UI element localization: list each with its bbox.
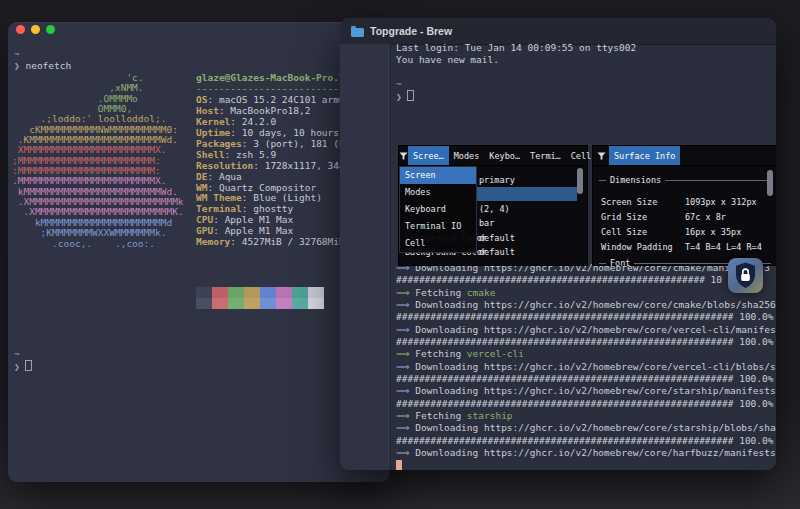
shell-prompt-top: ~❯ neofetch: [14, 48, 71, 72]
arrow-icon: ⟹: [396, 324, 415, 335]
info-colon: :: [230, 116, 241, 127]
fetch-label: Fetching: [415, 410, 466, 421]
info-label: OS: [196, 94, 207, 105]
info-value: zsh 5.9: [236, 149, 276, 160]
prompt-cwd: ~: [14, 48, 71, 60]
zoom-button[interactable]: [46, 25, 55, 34]
surface-row-label: Grid Size: [601, 210, 647, 224]
folder-icon: [351, 28, 364, 37]
surface-row-value: T=4 B=4 L=4 R=4: [685, 240, 762, 254]
inspector-row-value: default: [479, 245, 515, 259]
prompt-char: ❯: [14, 60, 25, 71]
arrow-icon: ⟹: [396, 287, 415, 298]
progress-hashes: ########################################…: [396, 336, 774, 347]
section-title: Dimensions: [610, 175, 661, 185]
surface-scrollbar[interactable]: [767, 170, 773, 196]
palette-swatch: [276, 298, 292, 309]
info-label: Memory: [196, 236, 230, 247]
brew-line: ⟹ Downloading https://ghcr.io/v2/homebre…: [396, 361, 776, 373]
tab-scree[interactable]: Scree…: [408, 146, 449, 165]
neofetch-ascii-logo: 'c. ,xNMM. .OMMMMo OMMM0, .;loddo:' lool…: [12, 73, 184, 249]
tab-termi[interactable]: Termi…: [525, 146, 566, 165]
dropdown-item-terminalio[interactable]: Terminal IO: [400, 218, 476, 235]
cursor-hollow: [407, 90, 414, 101]
download-text: Downloading https://ghcr.io/v2/homebrew/…: [415, 299, 775, 310]
info-value: Quartz Compositor: [219, 182, 316, 193]
palette-swatch: [260, 298, 276, 309]
info-colon: :: [213, 225, 224, 236]
selected-row-highlight: [475, 187, 577, 201]
brew-line: [396, 460, 776, 471]
command-text: neofetch: [25, 60, 71, 71]
info-colon: :: [207, 94, 218, 105]
terminal-line: Last login: Tue Jan 14 00:09:55 on ttys0…: [396, 42, 636, 54]
info-colon: :: [207, 182, 218, 193]
traffic-lights: [16, 25, 55, 34]
info-value: macOS 15.2 24C101 arm64: [219, 94, 351, 105]
inspector-tabbar: Scree…ModesKeybo…Termi…Cell: [399, 146, 587, 166]
rule-line: [665, 180, 771, 181]
brew-line: ########################################…: [396, 398, 776, 410]
arrow-icon: ⟹: [396, 410, 415, 421]
dropdown-item-keyboard[interactable]: Keyboard: [400, 201, 476, 218]
palette-swatch: [228, 298, 244, 309]
info-colon: :: [219, 105, 230, 116]
prompt-line: ❯: [396, 90, 414, 103]
palette-swatch: [308, 298, 324, 309]
rule-line: [599, 180, 606, 181]
brew-line: ⟹ Downloading https://ghcr.io/v2/homebre…: [396, 385, 776, 397]
palette-row: [196, 298, 324, 309]
tab-keybo[interactable]: Keybo…: [484, 146, 525, 165]
security-lock-badge[interactable]: [728, 258, 763, 297]
palette-swatch: [260, 287, 276, 298]
palette-swatch: [196, 298, 212, 309]
info-value: Blue (Light): [253, 192, 322, 203]
info-colon: :: [207, 171, 218, 182]
login-message: Last login: Tue Jan 14 00:09:55 on ttys0…: [396, 42, 636, 66]
progress-hashes: ########################################…: [396, 373, 774, 384]
section-header-dimensions: Dimensions: [599, 175, 771, 185]
info-label: Terminal: [196, 203, 242, 214]
package-name: starship: [467, 410, 513, 421]
terminal-color-palette: [196, 287, 324, 309]
inspector-panel[interactable]: Scree…ModesKeybo…Termi…Cell primary(2, 4…: [398, 145, 588, 266]
fetch-label: Fetching: [415, 348, 466, 359]
filter-funnel-icon[interactable]: [399, 146, 408, 165]
dropdown-item-cell[interactable]: Cell: [400, 235, 476, 252]
info-colon: :: [225, 149, 236, 160]
filter-funnel-icon[interactable]: [593, 146, 609, 165]
info-label: Host: [196, 105, 219, 116]
dropdown-item-modes[interactable]: Modes: [400, 184, 476, 201]
surface-info-panel[interactable]: Surface Info DimensionsScreen Size1093px…: [592, 145, 776, 266]
close-button[interactable]: [16, 25, 25, 34]
prompt-cwd: ~: [396, 78, 414, 90]
tab-surface-info[interactable]: Surface Info: [609, 146, 680, 165]
arrow-icon: ⟹: [396, 299, 415, 310]
left-terminal-window[interactable]: ~❯ neofetch 'c. ,xNMM. .OMMMMo OMMM0, .;…: [8, 22, 390, 482]
info-colon: :: [230, 236, 241, 247]
surface-row-label: Window Padding: [601, 240, 673, 254]
info-value: Apple M1 Max: [225, 214, 294, 225]
info-label: Shell: [196, 149, 225, 160]
info-label: WM: [196, 182, 207, 193]
minimize-button[interactable]: [31, 25, 40, 34]
cursor-block: [396, 460, 402, 471]
progress-hashes: ########################################…: [396, 435, 774, 446]
info-value: ghostty: [253, 203, 293, 214]
surface-row-value: 16px x 35px: [685, 225, 741, 239]
dropdown-item-screen[interactable]: Screen: [400, 167, 476, 184]
info-value: Apple M1 Max: [225, 225, 294, 236]
arrow-icon: ⟹: [396, 447, 415, 458]
progress-hashes: ########################################…: [396, 398, 774, 409]
tab-modes[interactable]: Modes: [449, 146, 485, 165]
prompt-char: ❯: [14, 361, 25, 372]
package-name: vercel-cli: [467, 348, 524, 359]
arrow-icon: ⟹: [396, 422, 415, 433]
window-titlebar[interactable]: Topgrade - Brew: [340, 18, 776, 45]
cursor-hollow: [25, 360, 32, 371]
brew-line: ⟹ Downloading https://ghcr.io/v2/homebre…: [396, 447, 776, 459]
inspector-scrollbar[interactable]: [577, 168, 583, 194]
right-terminal-window[interactable]: Topgrade - Brew Last login: Tue Jan 14 0…: [340, 18, 776, 470]
brew-line: ########################################…: [396, 311, 776, 323]
terminal-line: You have new mail.: [396, 54, 636, 66]
